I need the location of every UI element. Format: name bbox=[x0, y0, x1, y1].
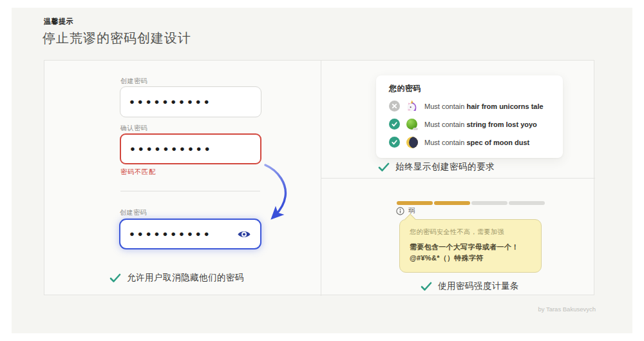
tooltip-pointer bbox=[405, 214, 416, 225]
section-divider bbox=[120, 191, 260, 191]
tip-text: 允许用户取消隐藏他们的密码 bbox=[127, 272, 244, 284]
create-password-label: 创建密码 bbox=[120, 208, 147, 217]
strength-tip: 使用密码强度计量条 bbox=[421, 280, 519, 292]
confirm-password-input[interactable]: ●●●●●●●●●● bbox=[120, 133, 261, 164]
requirement-row: Must contain spec of moon dust bbox=[389, 136, 550, 148]
requirement-row: Must contain string from lost yoyo bbox=[389, 118, 550, 130]
masked-password-value: ●●●●●●●●●● bbox=[129, 229, 213, 238]
strength-tooltip: 您的密码安全性不高，需要加强 需要包含一个大写字母或者一个！@#¥%&*（）特殊… bbox=[399, 219, 542, 273]
meter-segment-empty bbox=[471, 201, 507, 205]
horizontal-divider bbox=[321, 178, 595, 179]
pass-check-icon bbox=[389, 137, 400, 148]
unicorn-emoji bbox=[406, 100, 419, 113]
yoyo-emoji bbox=[406, 118, 419, 131]
strength-status-row: 弱 bbox=[396, 206, 415, 215]
tooltip-line2: 需要包含一个大写字母或者一个！@#¥%&*（）特殊字符 bbox=[410, 242, 533, 264]
confirm-password-label: 确认密码 bbox=[120, 124, 147, 133]
tip-text: 使用密码强度计量条 bbox=[438, 280, 519, 292]
create-password-input[interactable]: ●●●●●●●●●● bbox=[120, 86, 261, 117]
pass-check-icon bbox=[389, 119, 400, 130]
requirement-row: Must contain hair from unicorns tale bbox=[389, 100, 550, 112]
password-mismatch-error: 密码不匹配 bbox=[120, 168, 156, 177]
page-title: 停止荒谬的密码创建设计 bbox=[43, 30, 191, 47]
check-icon bbox=[378, 162, 390, 172]
left-panel-tip: 允许用户取消隐藏他们的密码 bbox=[109, 272, 244, 284]
meter-segment-filled bbox=[434, 201, 470, 205]
requirement-text: Must contain spec of moon dust bbox=[424, 139, 529, 146]
check-icon bbox=[421, 282, 432, 291]
check-icon bbox=[109, 273, 121, 283]
password-requirements-card: 您的密码 bbox=[376, 75, 563, 158]
screenshot: 温馨提示 停止荒谬的密码创建设计 创建密码 ●●●●●●●●●● 确认密码 ●●… bbox=[0, 0, 644, 341]
kicker-label: 温馨提示 bbox=[44, 17, 73, 26]
tip-text: 始终显示创建密码的要求 bbox=[395, 161, 495, 173]
masked-password-value: ●●●●●●●●●● bbox=[130, 144, 213, 153]
masked-password-value: ●●●●●●●●●● bbox=[129, 97, 213, 106]
meter-segment-filled bbox=[397, 201, 433, 205]
fail-x-icon bbox=[389, 101, 400, 112]
card-title: 您的密码 bbox=[389, 83, 550, 94]
examples-grid: 创建密码 ●●●●●●●●●● 确认密码 ●●●●●●●●●● 密码不匹配 bbox=[44, 60, 594, 295]
meter-segment-empty bbox=[509, 201, 545, 205]
revealed-password-input[interactable]: ●●●●●●●●●● bbox=[119, 219, 261, 249]
requirements-tip: 始终显示创建密码的要求 bbox=[378, 161, 495, 173]
moon-emoji bbox=[406, 136, 419, 149]
author-credit: by Taras Bakusevych bbox=[538, 306, 596, 313]
slide-canvas: 温馨提示 停止荒谬的密码创建设计 创建密码 ●●●●●●●●●● 确认密码 ●●… bbox=[12, 8, 632, 333]
requirement-text: Must contain string from lost yoyo bbox=[424, 121, 537, 128]
requirement-text: Must contain hair from unicorns tale bbox=[424, 102, 544, 110]
info-icon bbox=[396, 207, 404, 215]
strength-meter bbox=[397, 201, 545, 205]
tooltip-line1: 您的密码安全性不高，需要加强 bbox=[410, 228, 531, 237]
eye-icon[interactable] bbox=[237, 229, 251, 239]
curved-arrow bbox=[261, 162, 293, 223]
create-password-label: 创建密码 bbox=[120, 77, 147, 86]
